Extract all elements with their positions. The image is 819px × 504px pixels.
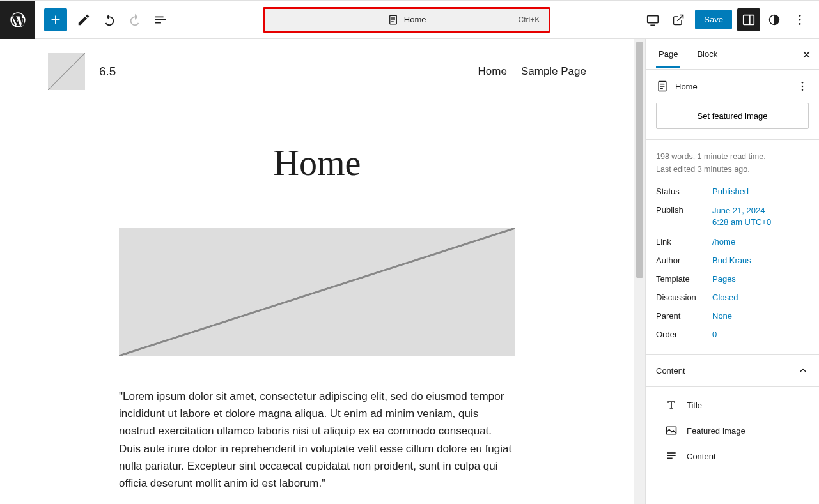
svg-rect-23 [667,458,672,459]
save-button[interactable]: Save [695,10,732,29]
set-featured-image-button[interactable]: Set featured image [656,103,809,129]
featured-image-placeholder[interactable] [119,228,515,356]
svg-rect-21 [667,453,675,454]
author-value[interactable]: Bud Kraus [712,256,809,265]
svg-point-11 [799,19,801,20]
svg-rect-22 [667,455,675,457]
nav-link-home[interactable]: Home [478,65,507,78]
document-title-button[interactable]: Home Ctrl+K [263,7,550,33]
content-item-content[interactable]: Content [656,443,809,469]
editor-canvas[interactable]: 6.5 Home Sample Page Home "Lorem ipsum d… [0,39,634,504]
page-icon [387,14,399,26]
content-panel-toggle[interactable]: Content [646,355,819,387]
settings-sidebar: Page Block ✕ Home Set featured im [645,39,819,504]
site-logo-placeholder[interactable] [48,53,85,90]
site-title[interactable]: 6.5 [99,65,116,79]
svg-point-19 [802,89,804,91]
svg-rect-4 [648,15,659,22]
view-desktop-button[interactable] [641,8,664,31]
vertical-scrollbar[interactable] [634,39,645,504]
tab-page[interactable]: Page [656,40,680,68]
edit-tools-button[interactable] [72,8,95,31]
more-options-button[interactable] [788,8,811,31]
body-paragraph[interactable]: "Lorem ipsum dolor sit amet, consectetur… [119,388,515,492]
svg-line-6 [678,15,683,20]
content-item-featured-image[interactable]: Featured Image [656,418,809,443]
discussion-value[interactable]: Closed [712,293,809,302]
site-nav: Home Sample Page [478,65,586,78]
styles-button[interactable] [763,8,786,31]
page-title[interactable]: Home [119,142,515,183]
parent-value[interactable]: None [712,311,809,321]
svg-rect-7 [744,15,754,24]
summary-actions-button[interactable] [796,80,809,93]
view-external-button[interactable] [667,8,690,31]
link-value[interactable]: /home [712,237,809,247]
document-overview-button[interactable] [149,8,172,31]
svg-point-18 [802,86,804,88]
page-icon [656,80,669,93]
publish-value[interactable]: June 21, 20246:28 am UTC+0 [712,205,809,228]
add-block-button[interactable] [44,8,67,31]
nav-link-sample[interactable]: Sample Page [521,65,586,78]
content-item-title[interactable]: Title [656,392,809,418]
status-value[interactable]: Published [712,187,809,196]
svg-point-12 [799,22,801,24]
editor-canvas-wrap: 6.5 Home Sample Page Home "Lorem ipsum d… [0,39,645,504]
chevron-up-icon [797,365,809,376]
shortcut-hint: Ctrl+K [518,15,540,24]
document-title-label: Home [404,15,426,24]
top-toolbar: Home Ctrl+K Save [0,1,819,39]
svg-point-17 [802,82,804,84]
wordpress-logo[interactable] [0,1,35,39]
word-count-text: 198 words, 1 minute read time. [656,150,809,163]
template-value[interactable]: Pages [712,274,809,284]
undo-button[interactable] [98,8,121,31]
order-value[interactable]: 0 [712,330,809,339]
tab-block[interactable]: Block [694,40,720,68]
title-icon [665,399,678,411]
image-icon [665,424,678,437]
content-icon [665,450,678,462]
svg-point-10 [799,15,801,17]
settings-panel-toggle[interactable] [737,8,760,31]
last-edited-text: Last edited 3 minutes ago. [656,163,809,176]
close-sidebar-button[interactable]: ✕ [802,48,811,62]
redo-button[interactable] [123,8,146,31]
summary-title: Home [675,82,698,91]
